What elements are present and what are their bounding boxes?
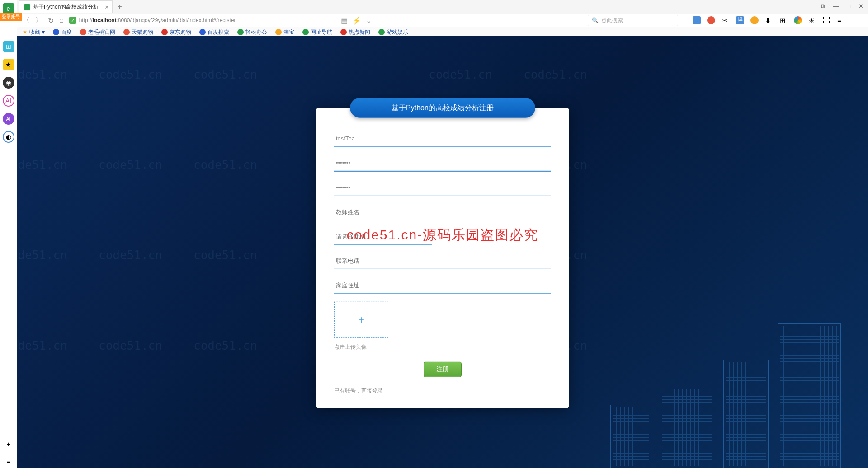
sidebar-circle-icon[interactable]: ◐ bbox=[3, 131, 14, 143]
bookmark-icon bbox=[302, 29, 309, 35]
toolbar-scissors-icon[interactable]: ✂ bbox=[722, 16, 730, 24]
plus-icon: + bbox=[358, 314, 364, 326]
toolbar-chrome-icon[interactable] bbox=[794, 16, 802, 24]
url-box[interactable]: ✓ http://localhost:8080/djangoyf29y/admi… bbox=[69, 17, 236, 24]
sidebar-robot-icon[interactable]: ◉ bbox=[3, 77, 14, 89]
browser-tab[interactable]: 基于Python的高校成绩分析 × bbox=[19, 0, 113, 13]
bookmark-item[interactable]: 天猫购物 bbox=[123, 28, 153, 36]
watermark: code51.cn bbox=[193, 248, 257, 262]
toolbar-shield-icon[interactable] bbox=[750, 16, 759, 24]
page-content: code51.cn code51.cn code51.cn code51.cn … bbox=[17, 36, 868, 468]
tab-close-icon[interactable]: × bbox=[105, 4, 108, 11]
window-controls: ⧉ — □ ✕ bbox=[821, 3, 863, 10]
nav-back-icon[interactable]: 〈 bbox=[23, 16, 30, 25]
sidebar-ai-icon[interactable]: AI bbox=[3, 95, 14, 107]
address-input[interactable] bbox=[334, 277, 551, 294]
star-icon: ★ bbox=[23, 29, 28, 35]
watermark: code51.cn bbox=[99, 339, 162, 352]
toolbar-weibo-icon[interactable] bbox=[707, 16, 715, 24]
card-header: 基于Python的高校成绩分析注册 bbox=[350, 98, 535, 118]
bookmark-icon bbox=[275, 29, 282, 35]
toolbar-download-icon[interactable]: ⬇ bbox=[765, 16, 773, 24]
window-tab-icon[interactable]: ⧉ bbox=[821, 3, 825, 10]
watermark: code51.cn bbox=[99, 158, 162, 172]
toolbar-translate-icon[interactable]: 译 bbox=[736, 16, 744, 24]
bookmark-icon bbox=[378, 29, 385, 35]
bookmark-icon bbox=[53, 29, 59, 35]
bookmark-item[interactable]: 京东购物 bbox=[161, 28, 191, 36]
window-minimize-icon[interactable]: — bbox=[833, 3, 839, 10]
window-maximize-icon[interactable]: □ bbox=[847, 3, 850, 10]
tab-bar: 基于Python的高校成绩分析 × + bbox=[0, 0, 868, 14]
watermark: code51.cn bbox=[17, 248, 67, 262]
login-badge[interactable]: 登录账号 bbox=[0, 13, 22, 21]
toolbar-mail-icon[interactable] bbox=[693, 16, 701, 24]
bookmark-icon bbox=[80, 29, 86, 35]
teacher-name-input[interactable] bbox=[334, 204, 551, 220]
search-box[interactable]: 🔍 点此搜索 bbox=[588, 15, 678, 26]
bookmark-item[interactable]: 百度搜索 bbox=[199, 28, 229, 36]
sidebar-app-icon[interactable]: ⊞ bbox=[3, 41, 14, 52]
toolbar-sun-icon[interactable]: ☀ bbox=[808, 16, 816, 24]
register-card: 基于Python的高校成绩分析注册 + 点击上传头像 注册 已有账号，直接登录 bbox=[316, 108, 569, 408]
window-close-icon[interactable]: ✕ bbox=[859, 3, 863, 10]
watermark: code51.cn bbox=[193, 339, 257, 352]
phone-input[interactable] bbox=[334, 253, 551, 269]
bookmark-favorites[interactable]: ★收藏 ▾ bbox=[23, 28, 45, 36]
watermark-overlay: code51.cn-源码乐园盗图必究 bbox=[347, 226, 538, 244]
bookmark-icon bbox=[237, 29, 244, 35]
watermark: code51.cn bbox=[193, 158, 257, 172]
watermark: code51.cn bbox=[17, 339, 67, 352]
toolbar-menu-icon[interactable]: ≡ bbox=[837, 16, 845, 24]
url-text: http://localhost:8080/djangoyf29y/admin/… bbox=[79, 17, 236, 23]
watermark: code51.cn bbox=[524, 68, 587, 81]
sidebar-add-icon[interactable]: + bbox=[3, 438, 14, 450]
upload-label: 点击上传头像 bbox=[334, 343, 551, 351]
dropdown-icon[interactable]: ⌄ bbox=[366, 16, 372, 25]
search-placeholder: 点此搜索 bbox=[601, 17, 623, 24]
tab-favicon-icon bbox=[24, 4, 30, 10]
bookmark-icon bbox=[340, 29, 347, 35]
bookmark-bar: ★收藏 ▾ 百度 老毛桃官网 天猫购物 京东购物 百度搜索 轻松办公 淘宝 网址… bbox=[0, 27, 868, 37]
toolbar-icons: ✂ 译 ⬇ ⊞ ☀ ⛶ ≡ bbox=[693, 16, 845, 24]
toolbar-expand-icon[interactable]: ⛶ bbox=[823, 16, 831, 24]
sidebar-ai2-icon[interactable]: AI bbox=[3, 113, 14, 125]
nav-reload-icon[interactable]: ↻ bbox=[48, 16, 54, 25]
reader-icon[interactable]: ▤ bbox=[341, 16, 348, 25]
bookmark-icon bbox=[123, 29, 130, 35]
bookmark-item[interactable]: 百度 bbox=[53, 28, 72, 36]
watermark: code51.cn bbox=[193, 68, 257, 81]
bookmark-item[interactable]: 轻松办公 bbox=[237, 28, 267, 36]
bookmark-icon bbox=[161, 29, 168, 35]
watermark: code51.cn bbox=[429, 68, 492, 81]
sidebar-star-icon[interactable]: ★ bbox=[3, 59, 14, 70]
watermark: code51.cn bbox=[17, 158, 67, 172]
toolbar-grid-icon[interactable]: ⊞ bbox=[779, 16, 788, 24]
watermark: code51.cn bbox=[99, 68, 162, 81]
bookmark-item[interactable]: 游戏娱乐 bbox=[378, 28, 408, 36]
watermark: code51.cn bbox=[17, 68, 67, 81]
search-icon: 🔍 bbox=[592, 17, 599, 23]
bookmark-icon bbox=[199, 29, 206, 35]
password-input[interactable] bbox=[334, 155, 551, 172]
bookmark-item[interactable]: 热点新闻 bbox=[340, 28, 370, 36]
new-tab-button[interactable]: + bbox=[113, 0, 127, 14]
tab-title: 基于Python的高校成绩分析 bbox=[33, 3, 99, 11]
register-button[interactable]: 注册 bbox=[424, 362, 462, 377]
watermark: code51.cn bbox=[99, 248, 162, 262]
bookmark-item[interactable]: 淘宝 bbox=[275, 28, 294, 36]
background-buildings bbox=[542, 287, 859, 468]
address-bar: 〈 〉 ↻ ⌂ ✓ http://localhost:8080/djangoyf… bbox=[0, 14, 868, 27]
confirm-password-input[interactable] bbox=[334, 180, 551, 196]
bookmark-item[interactable]: 网址导航 bbox=[302, 28, 332, 36]
avatar-upload[interactable]: + bbox=[334, 302, 388, 338]
login-link[interactable]: 已有账号，直接登录 bbox=[334, 388, 383, 394]
nav-home-icon[interactable]: ⌂ bbox=[59, 16, 64, 24]
flash-icon[interactable]: ⚡ bbox=[352, 16, 361, 25]
username-input[interactable] bbox=[334, 131, 551, 147]
bookmark-item[interactable]: 老毛桃官网 bbox=[80, 28, 115, 36]
nav-forward-icon[interactable]: 〉 bbox=[35, 16, 42, 25]
browser-left-sidebar: e ⊞ ★ ◉ AI AI ◐ + ≡ bbox=[0, 0, 17, 468]
browser-chrome: ⧉ — □ ✕ 基于Python的高校成绩分析 × + 〈 〉 ↻ ⌂ ✓ ht… bbox=[0, 0, 868, 36]
sidebar-menu-icon[interactable]: ≡ bbox=[3, 456, 14, 468]
